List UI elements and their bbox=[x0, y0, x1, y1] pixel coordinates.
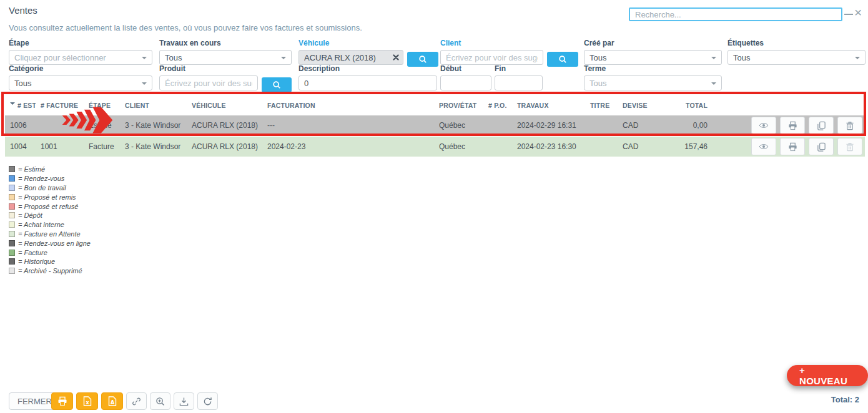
table-row[interactable]: 1006 Estimé 3 - Kate Windsor ACURA RLX (… bbox=[5, 115, 865, 135]
legend-swatch bbox=[9, 185, 15, 191]
cell-estime: 1004 bbox=[5, 142, 36, 151]
search-input[interactable] bbox=[629, 7, 842, 21]
etape-filter-label: Étape bbox=[9, 39, 152, 47]
legend-swatch bbox=[9, 203, 15, 210]
travaux-select-value: Tous bbox=[165, 53, 182, 62]
cell-devise: CAD bbox=[618, 121, 648, 130]
search-icon bbox=[558, 55, 567, 64]
column-header-prov-etat[interactable]: PROV/ÉTAT bbox=[434, 102, 483, 109]
produit-filter-label: Produit bbox=[159, 64, 292, 73]
etape-select-value: Cliquez pour sélectionner bbox=[14, 53, 106, 62]
description-filter-label: Description bbox=[298, 64, 437, 73]
column-header-vehicule[interactable]: VÉHICULE bbox=[187, 102, 262, 109]
travaux-filter-label: Travaux en cours bbox=[159, 39, 292, 47]
column-header-client[interactable]: CLIENT bbox=[120, 102, 187, 109]
search-icon bbox=[272, 80, 281, 89]
status-legend: = Estimé = Rendez-vous = Bon de travail … bbox=[9, 165, 91, 276]
terme-select-value: Tous bbox=[589, 79, 606, 88]
terme-select[interactable]: Tous bbox=[584, 75, 722, 90]
legend-swatch bbox=[9, 194, 15, 200]
print-button[interactable] bbox=[780, 138, 805, 155]
legend-item: = Proposé et remis bbox=[9, 192, 91, 202]
sort-desc-icon bbox=[10, 102, 15, 107]
legend-item: = Estimé bbox=[9, 165, 91, 174]
fin-input[interactable] bbox=[495, 75, 543, 90]
new-button[interactable]: + NOUVEAU bbox=[787, 365, 868, 386]
duplicate-icon bbox=[817, 121, 826, 130]
delete-button[interactable] bbox=[837, 138, 862, 155]
chevron-down-icon bbox=[142, 82, 147, 87]
column-header-etape[interactable]: ÉTAPE bbox=[84, 102, 120, 109]
print-button[interactable] bbox=[780, 117, 805, 134]
legend-item: = Rendez-vous bbox=[9, 174, 91, 183]
export-excel-button[interactable]: x bbox=[76, 392, 98, 410]
etiquettes-select[interactable]: Tous bbox=[727, 50, 866, 65]
clear-icon[interactable] bbox=[393, 54, 399, 61]
column-header-travaux[interactable]: TRAVAUX bbox=[512, 102, 585, 109]
chevron-down-icon bbox=[711, 82, 716, 87]
column-header-titre[interactable]: TITRE bbox=[585, 102, 618, 109]
search-icon bbox=[418, 55, 427, 64]
print-list-button[interactable] bbox=[51, 392, 73, 410]
print-icon bbox=[788, 142, 797, 152]
cell-etape: Facture bbox=[84, 142, 120, 151]
vehicule-input[interactable] bbox=[298, 50, 403, 65]
legend-item: = Archivé - Supprimé bbox=[9, 266, 91, 276]
table-row[interactable]: 1004 1001 Facture 3 - Kate Windsor ACURA… bbox=[5, 137, 865, 157]
cell-client: 3 - Kate Windsor bbox=[120, 121, 187, 130]
delete-button[interactable] bbox=[837, 117, 862, 134]
legend-swatch bbox=[9, 240, 15, 246]
copy-link-button[interactable] bbox=[126, 392, 147, 410]
column-header-facture[interactable]: # FACTURE bbox=[36, 102, 84, 109]
legend-swatch bbox=[9, 258, 15, 265]
column-header-estime[interactable]: # ESTIMÉ bbox=[5, 102, 36, 109]
cell-prov-etat: Québec bbox=[434, 142, 483, 151]
legend-item: = Achat interne bbox=[9, 220, 91, 230]
categorie-filter-label: Catégorie bbox=[9, 64, 152, 73]
table-header-row: # ESTIMÉ # FACTURE ÉTAPE CLIENT VÉHICULE… bbox=[5, 95, 865, 115]
link-icon bbox=[132, 397, 141, 406]
page-title: Ventes bbox=[9, 5, 37, 16]
duplicate-button[interactable] bbox=[809, 117, 834, 134]
produit-search-button[interactable] bbox=[262, 77, 292, 92]
refresh-icon bbox=[203, 397, 212, 406]
fin-filter-label: Fin bbox=[495, 64, 543, 73]
zoom-button[interactable] bbox=[150, 392, 170, 410]
column-header-devise[interactable]: DEVISE bbox=[618, 102, 648, 109]
trash-icon bbox=[846, 142, 854, 152]
debut-input[interactable] bbox=[440, 75, 491, 90]
column-header-total[interactable]: TOTAL bbox=[648, 102, 713, 109]
produit-input[interactable] bbox=[159, 75, 258, 90]
duplicate-button[interactable] bbox=[809, 138, 834, 155]
close-icon[interactable]: × bbox=[854, 5, 862, 20]
client-input[interactable] bbox=[440, 50, 543, 65]
export-pdf-button[interactable]: A bbox=[101, 392, 123, 410]
cell-etape: Estimé bbox=[84, 121, 120, 130]
client-search-button[interactable] bbox=[547, 52, 578, 67]
column-header-po[interactable]: # P.O. bbox=[483, 102, 512, 109]
view-button[interactable] bbox=[751, 117, 776, 134]
cell-client: 3 - Kate Windsor bbox=[120, 142, 187, 151]
cell-prov-etat: Québec bbox=[434, 121, 483, 130]
cell-estime: 1006 bbox=[5, 121, 36, 130]
cree-par-select[interactable]: Tous bbox=[584, 50, 722, 65]
view-button[interactable] bbox=[751, 138, 776, 155]
column-header-facturation[interactable]: FACTURATION bbox=[262, 102, 434, 109]
refresh-button[interactable] bbox=[197, 392, 218, 410]
categorie-select[interactable]: Tous bbox=[9, 75, 152, 90]
download-button[interactable] bbox=[174, 392, 194, 410]
ventes-window: Ventes × Vous consultez actuellement la … bbox=[0, 0, 868, 413]
etape-select[interactable]: Cliquez pour sélectionner bbox=[9, 50, 152, 65]
legend-item: = Dépôt bbox=[9, 211, 91, 220]
legend-swatch bbox=[9, 166, 15, 172]
legend-swatch bbox=[9, 221, 15, 228]
minimize-icon[interactable] bbox=[844, 14, 853, 15]
download-icon bbox=[179, 397, 189, 406]
export-excel-icon: x bbox=[83, 396, 92, 406]
legend-swatch bbox=[9, 268, 15, 274]
legend-item: = Proposé et refusé bbox=[9, 202, 91, 211]
sales-table: # ESTIMÉ # FACTURE ÉTAPE CLIENT VÉHICULE… bbox=[5, 95, 865, 158]
description-input[interactable] bbox=[298, 75, 437, 90]
travaux-select[interactable]: Tous bbox=[159, 50, 292, 65]
chevron-down-icon bbox=[711, 57, 716, 62]
